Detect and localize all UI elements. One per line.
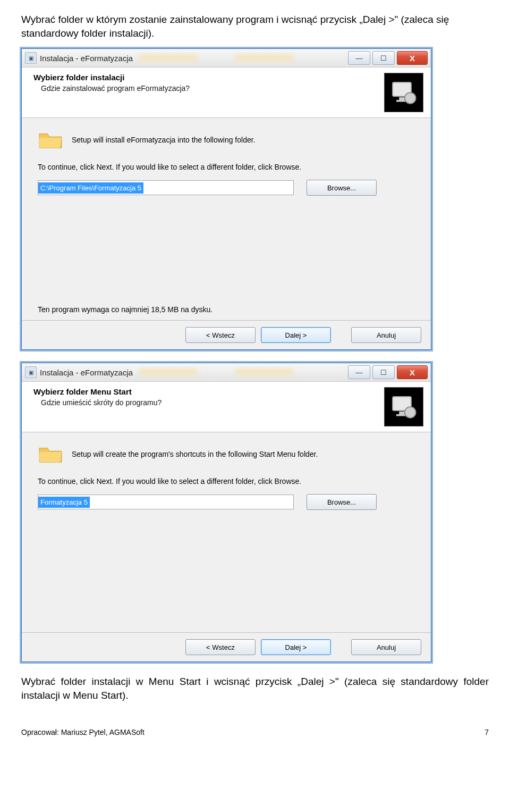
back-button[interactable]: < Wstecz	[185, 327, 256, 343]
maximize-button[interactable]: ☐	[372, 51, 395, 65]
svg-point-7	[405, 407, 416, 418]
close-button[interactable]: X	[397, 51, 428, 65]
install-message: Setup will install eFormatyzacja into th…	[72, 136, 256, 144]
install-path-input[interactable]: C:\Program Files\Formatyzacja 5	[38, 180, 294, 195]
next-button[interactable]: Dalej >	[261, 639, 331, 655]
close-button[interactable]: X	[397, 365, 428, 379]
wizard-header: Wybierz folder instalacji Gdzie zainstal…	[22, 68, 431, 118]
wizard-subtitle: Gdzie umieścić skróty do programu?	[41, 398, 384, 407]
svg-rect-1	[399, 97, 405, 100]
footer-page-number: 7	[484, 728, 489, 736]
svg-point-3	[405, 93, 416, 104]
wizard-body: Setup will create the program's shortcut…	[22, 432, 431, 632]
install-message: Setup will create the program's shortcut…	[72, 450, 318, 458]
install-path-value: C:\Program Files\Formatyzacja 5	[38, 182, 143, 194]
page-footer: Opracował: Mariusz Pytel, AGMASoft 7	[21, 724, 489, 736]
monitor-icon	[384, 387, 423, 426]
cancel-button[interactable]: Anuluj	[351, 327, 421, 343]
wizard-footer: < Wstecz Dalej > Anuluj	[22, 320, 431, 349]
wizard-body: Setup will install eFormatyzacja into th…	[22, 118, 431, 320]
next-button[interactable]: Dalej >	[261, 327, 331, 343]
wizard-subtitle: Gdzie zainstalować program eFormatyzacja…	[41, 84, 384, 93]
wizard-title: Wybierz folder Menu Start	[33, 387, 384, 396]
titlebar: ▣ Instalacja - eFormatyzacja — ☐ X	[22, 49, 431, 68]
footer-author: Opracował: Mariusz Pytel, AGMASoft	[21, 728, 144, 736]
continue-message: To continue, click Next. If you would li…	[38, 477, 415, 485]
installer-window-2: ▣ Instalacja - eFormatyzacja — ☐ X Wybie…	[21, 363, 431, 662]
paragraph-1: Wybrać folder w którym zostanie zainstal…	[21, 13, 489, 40]
blurred-area	[139, 54, 293, 62]
wizard-footer: < Wstecz Dalej > Anuluj	[22, 632, 431, 662]
wizard-header: Wybierz folder Menu Start Gdzie umieścić…	[22, 382, 431, 432]
svg-rect-5	[399, 412, 405, 414]
blurred-area	[139, 369, 293, 376]
wizard-title: Wybierz folder instalacji	[33, 73, 384, 82]
folder-icon	[38, 130, 63, 150]
disk-requirement: Ten program wymaga co najmniej 18,5 MB n…	[38, 305, 415, 314]
app-icon: ▣	[25, 366, 37, 378]
monitor-icon	[384, 73, 423, 112]
maximize-button[interactable]: ☐	[372, 365, 395, 379]
installer-window-1: ▣ Instalacja - eFormatyzacja — ☐ X Wybie…	[21, 48, 431, 350]
paragraph-2: Wybrać folder instalacji w Menu Start i …	[21, 675, 489, 702]
continue-message: To continue, click Next. If you would li…	[38, 163, 415, 171]
minimize-button[interactable]: —	[348, 51, 370, 65]
app-icon: ▣	[25, 52, 37, 64]
titlebar: ▣ Instalacja - eFormatyzacja — ☐ X	[22, 363, 431, 382]
minimize-button[interactable]: —	[348, 365, 370, 379]
folder-icon	[38, 444, 63, 464]
browse-button[interactable]: Browse...	[307, 494, 377, 510]
startmenu-path-input[interactable]: Formatyzacja 5	[38, 495, 294, 509]
window-title: Instalacja - eFormatyzacja	[40, 368, 133, 377]
browse-button[interactable]: Browse...	[307, 180, 377, 196]
window-title: Instalacja - eFormatyzacja	[40, 54, 133, 63]
startmenu-path-value: Formatyzacja 5	[38, 497, 90, 508]
back-button[interactable]: < Wstecz	[185, 639, 256, 655]
cancel-button[interactable]: Anuluj	[351, 639, 421, 655]
